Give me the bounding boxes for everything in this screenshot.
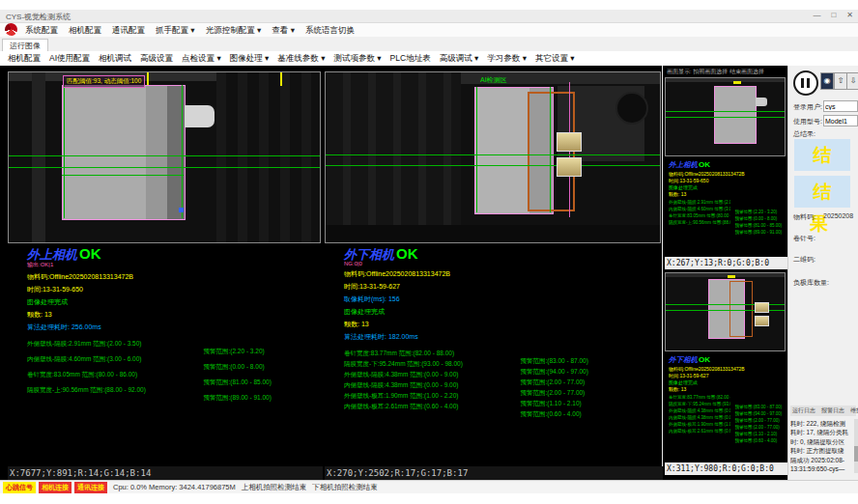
toolbar-item[interactable]: 测试项参数 ▾ bbox=[333, 53, 381, 65]
login-user-label: 登录用户: bbox=[793, 102, 822, 112]
camera-view-left[interactable]: 匹配阈值:93, 动态阈值:100 bbox=[8, 71, 321, 243]
battery-cell-region bbox=[62, 85, 186, 220]
menu-item[interactable]: 系统语言切换 bbox=[305, 25, 355, 37]
measurement-list: 外侧壁线-隔膜:2.91mm 范围:(2.00 - 3.50) 预警范围:(2.… bbox=[669, 200, 786, 227]
menu-item[interactable]: 光源控制配置 ▾ bbox=[206, 25, 262, 37]
pause-button[interactable] bbox=[793, 70, 818, 96]
process-done-line: 图像处理完成 bbox=[344, 307, 659, 317]
window-controls: — □ ✕ bbox=[813, 11, 853, 19]
log-scrollbar-thumb[interactable] bbox=[854, 446, 858, 462]
mini-view-top: 外上相机OK 物料码:Offline2025020813313472B 时间:1… bbox=[665, 77, 786, 227]
measurement-list: 外侧壁线-隔膜:2.91mm 范围:(2.00 - 3.50) 预警范围:(2.… bbox=[27, 340, 319, 402]
maximize-button[interactable]: □ bbox=[831, 11, 836, 19]
measurement-value: 隔膜宽度-上:90.56mm 范围:(88.00 - 92.00) bbox=[669, 220, 730, 225]
toolbar-item[interactable]: 其它设置 ▾ bbox=[535, 53, 575, 65]
machine-structure-right bbox=[216, 72, 321, 242]
machine-structure-left bbox=[32, 72, 45, 242]
roi-rectangle bbox=[729, 281, 753, 337]
yellow-marker-line bbox=[147, 72, 149, 86]
toolbar-item[interactable]: 高级设置 bbox=[140, 53, 173, 65]
measurement-row: 内侧壁线-隔膜:4.60mm 范围:(3.00 - 6.00) 预警范围:(0.… bbox=[669, 207, 786, 213]
time-line: 时间:13-31-59-627 bbox=[669, 373, 786, 378]
measurement-value: 内侧壁线-极耳:2.61mm 范围:(0.60 - 4.00) bbox=[344, 403, 516, 411]
detail-thumbnail bbox=[557, 132, 582, 152]
toolbar-item[interactable]: AI使用配置 bbox=[49, 53, 90, 65]
measurement-list: 卷针宽度:83.77mm 范围:(82.00 - 88.00) 预警范围:(83… bbox=[669, 395, 786, 435]
measurement-value: 外侧壁线-极耳:1.90mm 范围:(1.00 - 2.20) bbox=[344, 392, 516, 401]
download-button[interactable]: ⇩ bbox=[846, 72, 858, 90]
guide-line-horizontal bbox=[666, 111, 785, 112]
camera-title: 外下相机OK bbox=[669, 355, 786, 365]
measurement-value: 内侧壁线-隔膜:4.60mm 范围:(3.00 - 6.00) bbox=[669, 207, 730, 211]
camera-title: 外上相机OK bbox=[669, 160, 786, 170]
left-result-info: 外上相机OK 输出:OK|1 物料码:Offline20250208133134… bbox=[27, 245, 319, 402]
camera-title: 外上相机OK bbox=[27, 245, 319, 261]
yellow-marker bbox=[733, 81, 741, 84]
toolbar-item[interactable]: 高级调试 ▾ bbox=[440, 53, 479, 65]
log-tab[interactable]: 维护日志 bbox=[848, 406, 858, 415]
stock-count-label: 负极库数量: bbox=[793, 278, 829, 288]
menu-item[interactable]: 通讯配置 bbox=[112, 25, 145, 37]
measurement-row: 卷针宽度:83.77mm 范围:(82.00 - 88.00) 预警范围:(83… bbox=[344, 350, 659, 360]
menu-items: 系统配置相机配置通讯配置抓手配置 ▾光源控制配置 ▾查看 ▾系统语言切换 bbox=[25, 25, 355, 37]
log-scrollbar[interactable] bbox=[854, 419, 858, 473]
toolbar-item[interactable]: 基准线参数 ▾ bbox=[277, 53, 325, 65]
toolbar-item[interactable]: 相机调试 bbox=[99, 53, 131, 65]
upload-button[interactable]: ⇧ bbox=[834, 72, 847, 90]
login-user-field[interactable] bbox=[823, 100, 858, 112]
total-result-label: 总结果: bbox=[793, 129, 815, 139]
camera-name: 外上相机 bbox=[669, 160, 698, 169]
output-state: 输出:OK|1 bbox=[27, 261, 319, 269]
tab-run-image[interactable]: 运行图像 bbox=[2, 39, 48, 52]
measurement-row: 卷针宽度:83.05mm 范围:(80.00 - 86.00) 预警范围:(81… bbox=[669, 213, 786, 220]
tab-strip: 运行图像 bbox=[0, 37, 858, 52]
log-tab[interactable]: 报警日志 bbox=[819, 406, 846, 415]
measurement-warn-range: 预警范围:(0.60 - 4.00) bbox=[520, 410, 581, 419]
measurement-value: 内侧壁线-隔膜:4.60mm 范围:(3.00 - 6.00) bbox=[27, 355, 199, 364]
measurement-value: 卷针宽度:83.77mm 范围:(82.00 - 88.00) bbox=[344, 350, 516, 358]
toolbar-item[interactable]: 图像处理 ▾ bbox=[230, 53, 270, 65]
barcode-value: 20250208 bbox=[823, 212, 853, 219]
status-ok: OK bbox=[699, 355, 710, 364]
count-line: 颗数: 13 bbox=[669, 386, 786, 392]
log-tab[interactable]: 运行日志 bbox=[790, 406, 817, 415]
mini-camera-view-bottom[interactable] bbox=[665, 272, 786, 351]
status-badge: 相机连接 bbox=[39, 482, 72, 493]
toolbar: 相机配置AI使用配置相机调试高级设置点检设置 ▾图像处理 ▾基准线参数 ▾测试项… bbox=[0, 51, 858, 67]
mini-view-bottom: 外下相机OK 物料码:Offline2025020813313472B 时间:1… bbox=[665, 272, 786, 435]
barcode-line: 物料码:Offline2025020813313472B bbox=[27, 272, 319, 282]
application-window: CYS-视觉检测系统 — □ ✕ 系统配置相机配置通讯配置抓手配置 ▾光源控制配… bbox=[0, 0, 858, 504]
process-done-line: 图像处理完成 bbox=[27, 297, 319, 307]
close-button[interactable]: ✕ bbox=[846, 11, 853, 19]
pixel-coords-mini-top: X:267;Y:13;R:0;G:0;B:0 bbox=[665, 257, 787, 269]
camera-name: 外下相机 bbox=[344, 247, 394, 262]
menu-item[interactable]: 抓手配置 ▾ bbox=[156, 25, 195, 37]
middle-result-info: 外下相机OK NG:0|0 物料码:Offline202502081331347… bbox=[344, 245, 659, 413]
measurement-warn-range: 预警范围:(89.00 - 91.00) bbox=[734, 230, 782, 235]
machine-top-rail bbox=[666, 78, 785, 82]
middle-camera-panel: AI检测区 外下相机OK NG:0|0 物料码:Offline202502081… bbox=[325, 66, 661, 480]
toolbar-item[interactable]: 点检设置 ▾ bbox=[182, 53, 221, 65]
measurement-value: 外侧壁线-隔膜:4.38mm 范围:(0.00 - 9.00) bbox=[344, 371, 516, 379]
menu-item[interactable]: 查看 ▾ bbox=[272, 25, 295, 37]
model-field[interactable] bbox=[823, 115, 858, 126]
camera-title: 外下相机OK bbox=[344, 245, 659, 261]
measurement-value: 内侧壁线-隔膜:4.38mm 范围:(0.00 - 9.00) bbox=[344, 381, 516, 390]
camera-view-middle[interactable]: AI检测区 bbox=[325, 71, 661, 243]
menu-item[interactable]: 相机配置 bbox=[69, 25, 101, 37]
status-badge: 心跳信号 bbox=[3, 482, 36, 493]
toolbar-item[interactable]: 相机配置 bbox=[8, 53, 41, 65]
toolbar-item[interactable]: PLC地址表 bbox=[390, 53, 431, 65]
guide-line-vertical bbox=[64, 85, 65, 218]
toolbar-item[interactable]: 学习参数 ▾ bbox=[487, 53, 527, 65]
menu-item[interactable]: 系统配置 bbox=[25, 25, 58, 37]
minimize-button[interactable]: — bbox=[813, 11, 820, 19]
process-done-line: 图像处理完成 bbox=[669, 184, 786, 190]
pause-icon bbox=[801, 78, 804, 88]
mini-camera-view-top[interactable] bbox=[665, 77, 786, 156]
measurement-row: 内侧壁线-隔膜:4.38mm 范围:(0.00 - 9.00) 预警范围:(2.… bbox=[669, 415, 786, 422]
pause-icon bbox=[807, 78, 810, 88]
time-line: 时间:13-31-59-650 bbox=[27, 285, 319, 294]
tab-connector bbox=[756, 98, 767, 106]
camera-button[interactable]: ◉ bbox=[820, 72, 834, 90]
